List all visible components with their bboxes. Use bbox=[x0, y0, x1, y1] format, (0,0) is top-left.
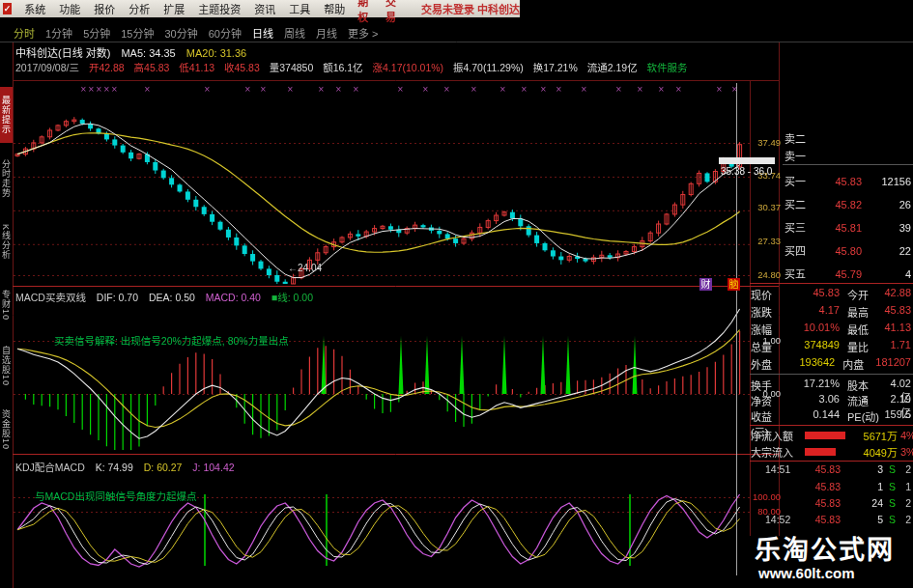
tick-price: 45.83 bbox=[800, 497, 841, 509]
label-inner: 内盘 bbox=[842, 356, 875, 372]
value-low: 41.13 bbox=[882, 322, 911, 337]
buy-level-1-row[interactable]: 买一 45.83 12156 bbox=[785, 173, 911, 188]
menu-function[interactable]: 功能 bbox=[52, 1, 87, 16]
crosshair-price-tag: 35.38 - 36.0 bbox=[721, 166, 772, 177]
period-15min[interactable]: 15分钟 bbox=[121, 25, 154, 41]
strip-item-watchlist[interactable]: 自选股10 bbox=[0, 338, 13, 394]
buy4-price: 45.80 bbox=[812, 245, 862, 257]
period-1min[interactable]: 1分钟 bbox=[45, 25, 72, 41]
buy-level-5-row[interactable]: 买五 45.79 4 bbox=[785, 266, 911, 281]
quote-row: 涨跌 4.17 最高 45.83 bbox=[751, 304, 911, 320]
period-fenshi[interactable]: 分时 bbox=[14, 25, 35, 41]
net-inflow-label: 净流入额 bbox=[751, 428, 805, 443]
info-high: 高45.83 bbox=[134, 62, 170, 73]
tick-price: 45.83 bbox=[800, 514, 841, 525]
info-date: 2017/09/08/三 bbox=[15, 62, 79, 73]
strip-item-finance[interactable]: 专财10 bbox=[0, 280, 13, 330]
macd-signal-note: 买卖信号解释: 出现信号20%力起爆点, 80%力量出点 bbox=[54, 333, 289, 348]
tick-time bbox=[765, 481, 800, 492]
login-status[interactable]: 交易未登录 中科创达 bbox=[421, 1, 520, 16]
value-change-pct: 10.01% bbox=[787, 322, 840, 337]
period-more[interactable]: 更多 > bbox=[348, 25, 378, 41]
tick-row: 45.83 24 S 2 bbox=[765, 497, 911, 509]
menu-trade[interactable]: 交易 bbox=[380, 0, 408, 24]
value-current: 45.83 bbox=[787, 287, 840, 302]
menu-quotes[interactable]: 报价 bbox=[87, 1, 122, 16]
buy4-vol: 22 bbox=[862, 245, 911, 257]
menu-extend[interactable]: 扩展 bbox=[157, 1, 191, 16]
badge-cai[interactable]: 财 bbox=[699, 278, 712, 291]
sidebar-divider bbox=[750, 283, 913, 284]
quote-info-line: 2017/09/08/三 开42.88 高45.83 低41.13 收45.83… bbox=[15, 60, 695, 74]
strip-item-kline[interactable]: K线分析 bbox=[0, 214, 13, 270]
info-float: 流通2.19亿 bbox=[587, 62, 638, 73]
menu-tools[interactable]: 工具 bbox=[282, 1, 317, 16]
tick-time bbox=[765, 497, 800, 509]
info-volume: 量374850 bbox=[270, 62, 314, 73]
badge-nao[interactable]: 脑 bbox=[728, 278, 740, 291]
menu-options[interactable]: 期权 bbox=[352, 0, 380, 24]
period-monthly[interactable]: 月线 bbox=[316, 25, 337, 41]
block-inflow-bar bbox=[805, 448, 836, 456]
menu-system[interactable]: 系统 bbox=[17, 1, 52, 16]
net-inflow-bar bbox=[805, 432, 845, 439]
strip-item-funds[interactable]: 资金股10 bbox=[0, 402, 13, 458]
info-amplitude: 振4.70(11.29%) bbox=[453, 62, 524, 73]
period-toolbar: 分时 1分钟 5分钟 15分钟 30分钟 60分钟 日线 周线 月线 更多 > bbox=[14, 24, 388, 42]
value-open: 42.88 bbox=[882, 287, 911, 302]
info-amount: 额16.1亿 bbox=[323, 62, 362, 73]
menu-help[interactable]: 帮助 bbox=[317, 1, 352, 16]
kdj-j-value: J: 104.42 bbox=[192, 462, 234, 473]
block-inflow-pct: 3% bbox=[900, 446, 913, 458]
value-high: 45.83 bbox=[882, 304, 911, 320]
label-change-pct: 涨幅 bbox=[751, 322, 787, 337]
tick-time: 14:52 bbox=[765, 514, 800, 525]
menu-analysis[interactable]: 分析 bbox=[122, 1, 157, 16]
low-price-tag: ←24.04 bbox=[288, 263, 322, 273]
menu-theme-invest[interactable]: 主题投资 bbox=[191, 1, 247, 16]
sell1-label: 卖一 bbox=[785, 148, 812, 163]
tick-row: 45.83 1 S 1 bbox=[765, 481, 911, 492]
app-logo-icon: ✓ bbox=[3, 3, 12, 14]
tick-time: 14:51 bbox=[765, 463, 800, 475]
buy3-price: 45.81 bbox=[812, 222, 862, 234]
net-inflow-pct: 4% bbox=[900, 430, 913, 441]
left-tab-strip: 最新提示 分时走势 K线分析 专财10 自选股10 资金股10 bbox=[0, 42, 13, 588]
macd-macd-value: MACD: 0.40 bbox=[206, 292, 261, 303]
buy5-label: 买五 bbox=[785, 266, 812, 281]
label-change: 涨跌 bbox=[751, 304, 787, 320]
sell-level-1-row[interactable]: 卖一 bbox=[785, 148, 911, 163]
period-weekly[interactable]: 周线 bbox=[284, 25, 305, 41]
buy-level-3-row[interactable]: 买三 45.81 39 bbox=[785, 219, 911, 235]
macd-dif-value: DIF: 0.70 bbox=[97, 292, 138, 303]
stock-title: 中科创达(日线 对数) bbox=[15, 47, 110, 59]
net-inflow-row: 净流入额 5671万 4% bbox=[751, 428, 913, 443]
macd-indicator-name[interactable]: MACD买卖双线 bbox=[15, 292, 86, 303]
period-5min[interactable]: 5分钟 bbox=[83, 25, 110, 41]
macd-pane-header: MACD买卖双线 DIF: 0.70 DEA: 0.50 MACD: 0.40 … bbox=[15, 290, 321, 304]
value-outer: 193642 bbox=[785, 356, 835, 372]
tick-price: 45.83 bbox=[800, 481, 841, 492]
sidebar-divider bbox=[750, 461, 913, 462]
info-close: 收45.83 bbox=[224, 62, 260, 73]
sell-level-2-row[interactable]: 卖二 bbox=[785, 130, 911, 146]
tick-volume: 1 bbox=[841, 481, 883, 492]
tick-side: S bbox=[883, 481, 896, 492]
buy-level-4-row[interactable]: 买四 45.80 22 bbox=[785, 242, 911, 258]
buy2-label: 买二 bbox=[785, 196, 812, 211]
quote-row: 现价 45.83 今开 42.88 bbox=[751, 287, 911, 302]
period-daily[interactable]: 日线 bbox=[252, 25, 273, 41]
kdj-pane-header: KDJ配合MACD K: 74.99 D: 60.27 J: 104.42 bbox=[15, 460, 243, 474]
info-open: 开42.88 bbox=[89, 62, 125, 73]
period-60min[interactable]: 60分钟 bbox=[209, 25, 242, 41]
price-axis-label: 24.80 bbox=[748, 269, 781, 280]
strip-item-fenshi[interactable]: 分时走势 bbox=[0, 151, 13, 207]
label-open: 今开 bbox=[847, 287, 882, 302]
kdj-indicator-name[interactable]: KDJ配合MACD bbox=[15, 462, 85, 473]
buy-level-2-row[interactable]: 买二 45.82 26 bbox=[785, 196, 911, 211]
strip-item-alerts[interactable]: 最新提示 bbox=[0, 87, 13, 143]
menu-news[interactable]: 资讯 bbox=[247, 1, 282, 16]
info-sector[interactable]: 软件服务 bbox=[647, 62, 688, 73]
period-30min[interactable]: 30分钟 bbox=[165, 25, 198, 41]
buy2-price: 45.82 bbox=[812, 199, 862, 210]
